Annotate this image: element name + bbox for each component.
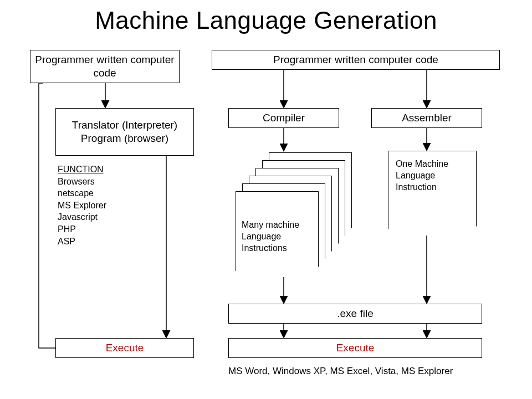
box-left-execute: Execute — [55, 338, 194, 358]
box-exe: .exe file — [228, 304, 482, 324]
function-item: ASP — [58, 236, 146, 248]
box-right-execute: Execute — [228, 338, 482, 358]
doc-one: One Machine Language Instruction — [388, 151, 477, 239]
text-one-instr: One Machine Language Instruction — [396, 158, 477, 193]
text-right-source: Programmer written computer code — [273, 53, 438, 66]
text-assembler: Assembler — [402, 111, 452, 125]
function-item: Javascript — [58, 211, 146, 223]
function-item: PHP — [58, 223, 146, 236]
box-compiler: Compiler — [228, 108, 339, 128]
function-item: MS Explorer — [58, 200, 146, 212]
text-many-instr: Many machine Language Instructions — [242, 219, 318, 254]
box-right-source: Programmer written computer code — [212, 50, 500, 70]
bottom-caption: MS Word, Windows XP, MS Excel, Vista, MS… — [228, 366, 453, 377]
function-item: Browsers — [58, 176, 146, 188]
slide-title: Machine Language Generation — [0, 0, 532, 34]
function-header: FUNCTION — [58, 163, 146, 176]
box-assembler: Assembler — [371, 108, 482, 128]
box-left-source: Programmer written computer code — [30, 50, 180, 83]
function-list: FUNCTION Browsers netscape MS Explorer J… — [58, 163, 146, 247]
text-exe: .exe file — [337, 307, 373, 320]
text-translator: Translator (Interpreter) Program (browse… — [59, 119, 190, 145]
function-item: netscape — [58, 187, 146, 200]
docstack-many: Many machine Language Instructions — [236, 152, 352, 274]
text-compiler: Compiler — [263, 111, 305, 125]
box-translator: Translator (Interpreter) Program (browse… — [55, 108, 194, 156]
text-left-source: Programmer written computer code — [34, 53, 176, 80]
text-left-execute: Execute — [106, 341, 144, 355]
text-right-execute: Execute — [336, 341, 375, 355]
